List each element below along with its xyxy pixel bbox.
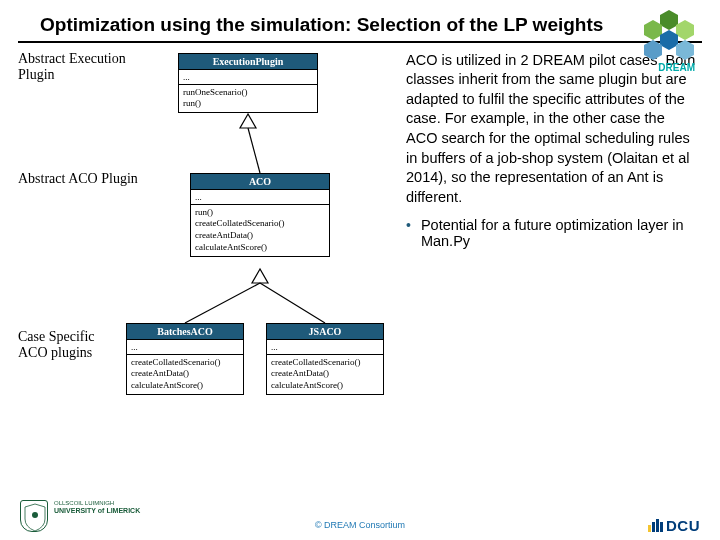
dream-logo <box>638 8 700 60</box>
university-logo: OLLSCOIL LUIMNIGH UNIVERSITY of LIMERICK <box>20 498 150 534</box>
univ-line2: UNIVERSITY of LIMERICK <box>54 507 140 514</box>
svg-line-9 <box>185 283 260 323</box>
brand-text: DREAM <box>658 62 695 73</box>
box-attrs: ... <box>179 70 317 85</box>
bullet-text: Potential for a future optimization laye… <box>421 217 698 249</box>
university-text: OLLSCOIL LUIMNIGH UNIVERSITY of LIMERICK <box>54 500 140 514</box>
method: calculateAntScore() <box>131 380 239 392</box>
method: createCollatedScenario() <box>195 218 325 230</box>
box-header: JSACO <box>267 324 383 340</box>
bullet-item: • Potential for a future optimization la… <box>406 217 698 249</box>
dcu-bars-icon <box>648 519 663 532</box>
method: createCollatedScenario() <box>271 357 379 369</box>
box-header: ACO <box>191 174 329 190</box>
univ-line1: OLLSCOIL LUIMNIGH <box>54 500 140 507</box>
method: runOneScenario() <box>183 87 313 99</box>
method: createAntData() <box>131 368 239 380</box>
method: run() <box>183 98 313 110</box>
box-aco: ACO ... run() createCollatedScenario() c… <box>190 173 330 257</box>
content-area: Abstract Execution Plugin Abstract ACO P… <box>0 43 720 459</box>
svg-marker-5 <box>676 40 694 60</box>
method: calculateAntScore() <box>195 242 325 254</box>
svg-point-11 <box>32 512 38 518</box>
method: createAntData() <box>195 230 325 242</box>
dcu-logo: DCU <box>648 517 700 534</box>
box-attrs: ... <box>127 340 243 355</box>
bullet-icon: • <box>406 217 411 249</box>
method: createCollatedScenario() <box>131 357 239 369</box>
label-abstract-exec: Abstract Execution Plugin <box>18 51 148 83</box>
label-case-specific: Case Specific ACO plugins <box>18 329 118 361</box>
svg-marker-2 <box>676 20 694 40</box>
box-attrs: ... <box>267 340 383 355</box>
box-methods: createCollatedScenario() createAntData()… <box>267 355 383 394</box>
page-header: Optimization using the simulation: Selec… <box>18 0 702 43</box>
label-abstract-aco: Abstract ACO Plugin <box>18 171 158 187</box>
method: calculateAntScore() <box>271 380 379 392</box>
svg-marker-8 <box>252 269 268 283</box>
text-panel: ACO is utilized in 2 DREAM pilot cases. … <box>398 51 698 451</box>
box-attrs: ... <box>191 190 329 205</box>
box-header: BatchesACO <box>127 324 243 340</box>
svg-marker-1 <box>644 20 662 40</box>
diagram-panel: Abstract Execution Plugin Abstract ACO P… <box>18 51 398 451</box>
method: run() <box>195 207 325 219</box>
svg-line-10 <box>260 283 325 323</box>
box-execution-plugin: ExecutionPlugin ... runOneScenario() run… <box>178 53 318 113</box>
box-js-aco: JSACO ... createCollatedScenario() creat… <box>266 323 384 395</box>
svg-line-7 <box>248 128 260 173</box>
method: createAntData() <box>271 368 379 380</box>
box-methods: createCollatedScenario() createAntData()… <box>127 355 243 394</box>
svg-marker-4 <box>644 40 662 60</box>
dcu-text: DCU <box>666 517 700 534</box>
body-text: ACO is utilized in 2 DREAM pilot cases. … <box>406 51 698 208</box>
box-batches-aco: BatchesACO ... createCollatedScenario() … <box>126 323 244 395</box>
shield-icon <box>20 500 48 532</box>
svg-marker-3 <box>660 30 678 50</box>
box-methods: runOneScenario() run() <box>179 85 317 112</box>
copyright: © DREAM Consortium <box>315 520 405 530</box>
box-header: ExecutionPlugin <box>179 54 317 70</box>
box-methods: run() createCollatedScenario() createAnt… <box>191 205 329 256</box>
svg-marker-6 <box>240 114 256 128</box>
page-title: Optimization using the simulation: Selec… <box>40 14 680 37</box>
svg-marker-0 <box>660 10 678 30</box>
